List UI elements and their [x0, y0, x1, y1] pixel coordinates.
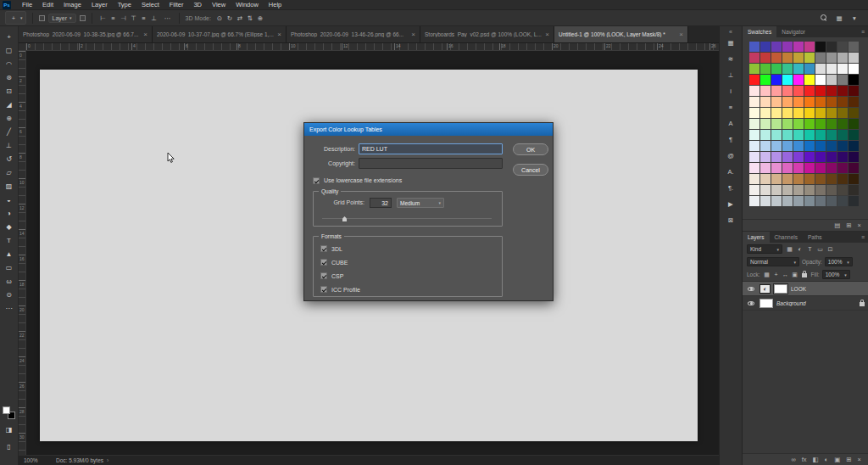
- opacity-dropdown[interactable]: 100% ▾: [825, 257, 853, 266]
- blur-tool[interactable]: ◒: [1, 193, 18, 206]
- color-swatch[interactable]: [760, 196, 771, 206]
- color-swatch[interactable]: [793, 86, 804, 96]
- format-checkbox[interactable]: [320, 272, 327, 279]
- color-swatch[interactable]: [771, 97, 782, 107]
- color-swatch[interactable]: [771, 53, 782, 63]
- menu-item-view[interactable]: View: [207, 0, 231, 10]
- color-swatch[interactable]: [760, 141, 771, 151]
- color-swatch[interactable]: [837, 196, 848, 206]
- color-swatch[interactable]: [782, 64, 793, 74]
- color-swatch[interactable]: [826, 141, 837, 151]
- tool-preset-picker[interactable]: + ▾: [5, 11, 26, 25]
- document-tab[interactable]: Photoshop_2020-06-09_10-38-35.jpg @ 66.7…: [19, 26, 153, 42]
- 3d-rotate-icon[interactable]: ⊙: [214, 13, 225, 23]
- format-checkbox[interactable]: [320, 259, 327, 266]
- visibility-toggle[interactable]: [746, 287, 756, 291]
- gradient-tool[interactable]: ▨: [1, 179, 18, 193]
- color-swatch[interactable]: [849, 163, 859, 173]
- color-swatch[interactable]: [771, 174, 782, 184]
- panel-menu-icon[interactable]: ≡: [858, 232, 868, 243]
- align-center-vertical-icon[interactable]: ≡: [139, 13, 149, 23]
- menu-item-window[interactable]: Window: [231, 0, 264, 10]
- character-styles-panel-icon[interactable]: A.: [722, 166, 739, 177]
- color-swatch[interactable]: [804, 130, 815, 140]
- new-swatch-icon[interactable]: ⊞: [846, 221, 851, 229]
- ruler-top[interactable]: 02468101214161820222426: [26, 43, 719, 51]
- color-swatch[interactable]: [837, 174, 848, 184]
- type-tool[interactable]: T: [1, 233, 18, 247]
- panel-tab-channels[interactable]: Channels: [770, 232, 803, 243]
- ruler-left[interactable]: 024681012141618202224262830: [19, 51, 26, 455]
- color-swatch[interactable]: [804, 163, 815, 173]
- filter-shape-layers-icon[interactable]: ▭: [815, 244, 825, 254]
- libraries-panel-icon[interactable]: ⊠: [722, 215, 739, 226]
- color-swatch[interactable]: [760, 53, 771, 63]
- menu-item-image[interactable]: Image: [58, 0, 86, 10]
- layer-row[interactable]: Background: [743, 296, 868, 311]
- format-checkbox[interactable]: [320, 245, 327, 252]
- info-panel-icon[interactable]: i: [722, 86, 739, 97]
- ok-button[interactable]: OK: [513, 143, 548, 155]
- hand-tool[interactable]: ω: [1, 274, 18, 288]
- color-swatch[interactable]: [826, 174, 837, 184]
- brush-settings-panel-icon[interactable]: ≋: [722, 53, 739, 64]
- auto-select-checkbox[interactable]: [39, 15, 45, 21]
- color-swatch[interactable]: [749, 130, 760, 140]
- color-swatch[interactable]: [760, 130, 771, 140]
- crop-tool[interactable]: ⊡: [1, 84, 18, 98]
- color-panel-icon[interactable]: ▦: [722, 37, 739, 48]
- color-swatch[interactable]: [815, 75, 826, 85]
- color-swatch[interactable]: [749, 108, 760, 118]
- color-swatch[interactable]: [815, 108, 826, 118]
- color-swatch[interactable]: [804, 185, 815, 195]
- tab-close-icon[interactable]: ×: [277, 31, 281, 38]
- paragraph-styles-panel-icon[interactable]: ¶.: [722, 182, 739, 193]
- color-swatch[interactable]: [826, 108, 837, 118]
- document-tab[interactable]: Untitled-1 @ 100% (LOOK, Layer Mask/8) *…: [554, 26, 688, 42]
- lasso-tool[interactable]: ◠: [1, 57, 18, 70]
- color-swatch[interactable]: [760, 174, 771, 184]
- new-swatch-group-icon[interactable]: ▤: [834, 221, 840, 229]
- kind-filter-dropdown[interactable]: Kind ▾: [747, 244, 782, 254]
- chevron-down-icon[interactable]: ▾: [849, 13, 860, 23]
- color-swatch[interactable]: [815, 119, 826, 129]
- color-swatch[interactable]: [771, 130, 782, 140]
- color-swatch[interactable]: [849, 130, 859, 140]
- color-swatch[interactable]: [826, 64, 837, 74]
- healing-brush-tool[interactable]: ⊕: [1, 111, 18, 125]
- color-picker-widget[interactable]: [3, 406, 15, 419]
- status-menu-arrow-icon[interactable]: ›: [107, 457, 108, 463]
- color-swatch[interactable]: [793, 75, 804, 85]
- link-layers-icon[interactable]: ∞: [791, 456, 795, 463]
- color-swatch[interactable]: [793, 174, 804, 184]
- color-swatch[interactable]: [782, 174, 793, 184]
- lock-pixels-icon[interactable]: +: [772, 271, 781, 279]
- color-swatch[interactable]: [804, 53, 815, 63]
- color-swatch[interactable]: [815, 53, 826, 63]
- tab-close-icon[interactable]: ×: [411, 31, 415, 38]
- color-swatch[interactable]: [749, 75, 760, 85]
- brush-tool[interactable]: ╱: [1, 125, 18, 138]
- color-swatch[interactable]: [782, 53, 793, 63]
- new-adjustment-layer-icon[interactable]: ◐: [825, 456, 829, 463]
- workspace-switcher-icon[interactable]: ▦: [834, 13, 844, 23]
- color-swatch[interactable]: [837, 185, 848, 195]
- color-swatch[interactable]: [837, 141, 848, 151]
- menu-item-select[interactable]: Select: [136, 0, 164, 10]
- color-swatch[interactable]: [793, 53, 804, 63]
- grid-points-slider-thumb[interactable]: [342, 216, 347, 221]
- color-swatch[interactable]: [749, 141, 760, 151]
- color-swatch[interactable]: [749, 119, 760, 129]
- color-swatch[interactable]: [771, 42, 782, 52]
- color-swatch[interactable]: [782, 97, 793, 107]
- menu-item-file[interactable]: File: [17, 0, 37, 10]
- color-swatch[interactable]: [804, 108, 815, 118]
- color-swatch[interactable]: [782, 86, 793, 96]
- filter-adjustment-layers-icon[interactable]: ◐: [795, 244, 804, 254]
- color-swatch[interactable]: [815, 130, 826, 140]
- color-swatch[interactable]: [826, 119, 837, 129]
- color-swatch[interactable]: [749, 86, 760, 96]
- glyphs-panel-icon[interactable]: @: [722, 150, 739, 161]
- tab-close-icon[interactable]: ×: [143, 31, 147, 38]
- color-swatch[interactable]: [837, 108, 848, 118]
